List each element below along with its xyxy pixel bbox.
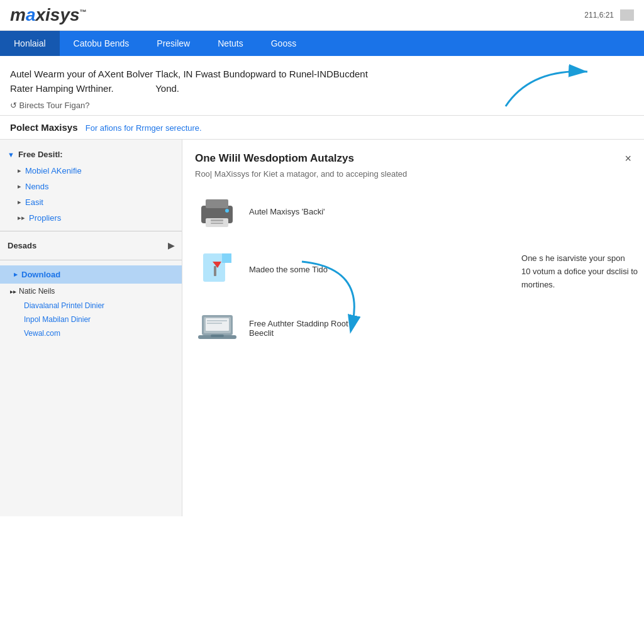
- hero-arrow-icon: [493, 62, 606, 113]
- sidebar-item-nends[interactable]: ▸ Nends: [0, 179, 182, 194]
- chevron-right-icon: ▶: [168, 241, 174, 250]
- arrow-natic-icon: ▸▸: [10, 288, 16, 295]
- svg-rect-5: [211, 223, 223, 224]
- svg-rect-4: [211, 219, 223, 221]
- annotation-label: One s he isarviste your spon10 votum a d…: [521, 253, 638, 289]
- panel-description: Roo| MaXissys for Kiet a matagor, and to…: [195, 169, 631, 179]
- laptop-icon: [195, 308, 239, 348]
- file-icon: [195, 249, 239, 289]
- sidebar-section-free-desitl[interactable]: ▼ Free Desitl:: [0, 146, 182, 163]
- nav-item-gooss[interactable]: Gooss: [257, 31, 310, 56]
- hero-text: Autel Wearm your of AXent Bolver Tlack, …: [10, 67, 509, 96]
- account-icon[interactable]: [620, 9, 634, 21]
- sidebar-item-easit[interactable]: ▸ Easit: [0, 194, 182, 210]
- arrow-right-active-icon: ▸: [14, 270, 18, 279]
- main-layout: ▼ Free Desitl: ▸ Mobiel AKenifie ▸ Nends…: [0, 139, 644, 516]
- annotation-text: One s he isarviste your spon10 votum a d…: [521, 252, 638, 291]
- sidebar-section-label: Free Desitl:: [18, 150, 63, 159]
- top-right: 211,6:21: [584, 9, 634, 21]
- sidebar-link-vewal[interactable]: Vewal.com: [0, 326, 182, 340]
- close-button[interactable]: ×: [625, 152, 631, 165]
- svg-rect-9: [222, 253, 231, 263]
- section-title: Polect Maxisys For afions for Rrmger ser…: [0, 116, 644, 139]
- product-item-printer: Autel Maxisys 'Backi': [195, 191, 631, 231]
- sidebar: ▼ Free Desitl: ▸ Mobiel AKenifie ▸ Nends…: [0, 140, 182, 516]
- nav-item-honlaial[interactable]: Honlaial: [0, 31, 60, 56]
- content-panel: One Wilil Wesdoptiom Autalzys × Roo| MaX…: [182, 140, 644, 516]
- nav-item-netuts[interactable]: Netuts: [204, 31, 257, 56]
- svg-rect-19: [211, 335, 224, 337]
- hero-section: Autel Wearm your of AXent Bolver Tlack, …: [0, 56, 644, 116]
- product-label-printer: Autel Maxisys 'Backi': [249, 207, 325, 216]
- chevron-down-icon: ▼: [8, 151, 14, 158]
- product-item-laptop: Free Authter Staddinp Root Beeclit: [195, 308, 631, 348]
- svg-rect-15: [206, 318, 229, 331]
- nav-item-catobu[interactable]: Catobu Bends: [60, 31, 143, 56]
- panel-header: One Wilil Wesdoptiom Autalzys ×: [195, 152, 631, 165]
- svg-rect-10: [214, 266, 216, 276]
- sidebar-divider: [0, 231, 182, 231]
- top-bar: maxisys™ 211,6:21: [0, 0, 644, 31]
- section-title-main: Polect Maxisys: [10, 122, 78, 133]
- product-item-file: Madeo the some Tido One s he isarviste y…: [195, 249, 631, 289]
- svg-rect-2: [206, 199, 228, 208]
- sidebar-item-download[interactable]: ▸ Download: [0, 265, 182, 284]
- sidebar-group-desads[interactable]: Desads ▶: [0, 236, 182, 255]
- logo: maxisys™: [10, 5, 87, 25]
- sidebar-item-mobiel[interactable]: ▸ Mobiel AKenifie: [0, 163, 182, 179]
- arrow-right-icon: ▸▸: [18, 214, 25, 222]
- arrow-right-icon: ▸: [18, 198, 21, 206]
- sidebar-divider-2: [0, 260, 182, 260]
- nav-item-presilew[interactable]: Presilew: [143, 31, 204, 56]
- product-label-laptop: Free Authter Staddinp Root Beeclit: [249, 319, 350, 338]
- panel-title: One Wilil Wesdoptiom Autalzys: [195, 152, 354, 165]
- status-text: 211,6:21: [584, 11, 614, 19]
- arrow-right-icon: ▸: [18, 182, 21, 191]
- sidebar-link-diavalanal[interactable]: Diavalanal Printel Dinier: [0, 299, 182, 313]
- printer-icon: [195, 191, 239, 231]
- sidebar-link-inpol[interactable]: Inpol Mabilan Dinier: [0, 313, 182, 326]
- sidebar-item-propliers[interactable]: ▸▸ Propliers: [0, 210, 182, 226]
- arrow-right-icon: ▸: [18, 167, 21, 175]
- section-subtitle: For afions for Rrmger serecture.: [86, 123, 202, 133]
- svg-point-6: [225, 209, 229, 213]
- sidebar-item-natic[interactable]: ▸▸ Natic Neils: [0, 284, 182, 299]
- nav-bar: Honlaial Catobu Bends Presilew Netuts Go…: [0, 31, 644, 56]
